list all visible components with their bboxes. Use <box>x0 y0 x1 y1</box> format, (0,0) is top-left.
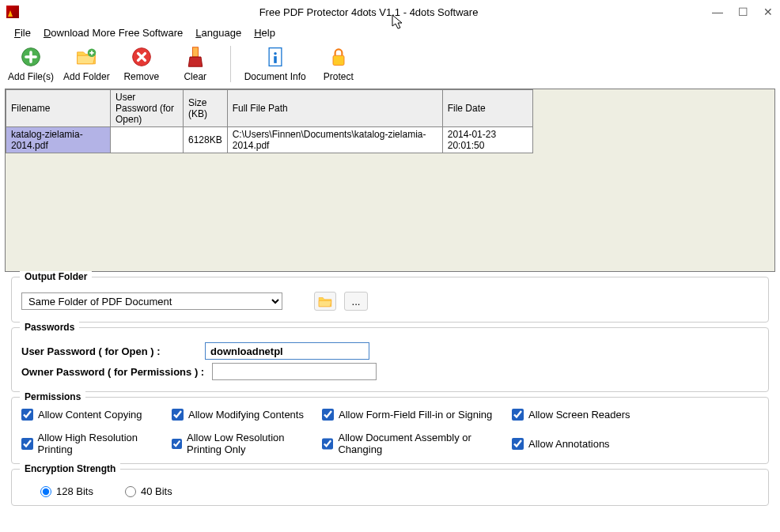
permissions-title: Permissions <box>20 391 85 402</box>
encryption-title: Encryption Strength <box>20 463 120 474</box>
svg-rect-3 <box>192 47 198 57</box>
output-folder-dropdown[interactable]: Same Folder of PDF Document <box>21 292 282 310</box>
protect-button[interactable]: Protect <box>316 46 361 82</box>
col-size[interactable]: Size (KB) <box>184 90 228 127</box>
user-password-label: User Password ( for Open ) : <box>21 345 197 357</box>
perm-high-res-printing[interactable]: Allow High Resolution Printing <box>21 432 172 455</box>
col-full-path[interactable]: Full File Path <box>227 90 442 127</box>
document-info-icon <box>264 46 286 68</box>
cell-user-password[interactable] <box>111 127 184 153</box>
cell-file-date[interactable]: 2014-01-23 20:01:50 <box>442 127 532 153</box>
browse-folder-button[interactable] <box>314 292 336 311</box>
app-icon <box>6 6 19 18</box>
file-grid[interactable]: Filename User Password (for Open) Size (… <box>5 89 775 272</box>
minimize-button[interactable]: — <box>712 6 723 17</box>
cell-full-path[interactable]: C:\Users\Finnen\Documents\katalog-zielam… <box>227 127 442 153</box>
cell-filename[interactable]: katalog-zielamia-2014.pdf <box>6 127 111 153</box>
svg-rect-7 <box>333 55 344 65</box>
svg-rect-6 <box>274 56 277 63</box>
close-button[interactable]: ✕ <box>763 6 774 17</box>
menu-file[interactable]: File <box>14 27 31 39</box>
perm-modifying-contents[interactable]: Allow Modifying Contents <box>172 409 322 421</box>
add-files-button[interactable]: Add File(s) <box>8 46 54 82</box>
window-title: Free PDF Protector 4dots V1.1 - 4dots So… <box>25 6 712 18</box>
col-file-date[interactable]: File Date <box>442 90 532 127</box>
table-row[interactable]: katalog-zielamia-2014.pdf 6128KB C:\User… <box>6 127 533 153</box>
encryption-128[interactable]: 128 Bits <box>40 485 93 497</box>
clear-icon <box>184 46 206 68</box>
col-user-password[interactable]: User Password (for Open) <box>111 90 184 127</box>
remove-button[interactable]: Remove <box>119 46 164 82</box>
protect-icon <box>328 46 350 68</box>
menu-download[interactable]: Download More Free Software <box>44 27 183 39</box>
maximize-button[interactable]: ☐ <box>737 6 748 17</box>
perm-low-res-printing[interactable]: Allow Low Resolution Printing Only <box>172 432 322 455</box>
toolbar-separator <box>230 46 231 82</box>
add-folder-button[interactable]: Add Folder <box>63 46 110 82</box>
perm-content-copying[interactable]: Allow Content Copying <box>21 409 172 421</box>
encryption-40[interactable]: 40 Bits <box>125 485 172 497</box>
perm-annotations[interactable]: Allow Annotations <box>512 432 646 455</box>
col-filename[interactable]: Filename <box>6 90 111 127</box>
perm-document-assembly[interactable]: Allow Document Assembly or Changing <box>322 432 512 455</box>
document-info-button[interactable]: Document Info <box>244 46 307 82</box>
cell-size[interactable]: 6128KB <box>184 127 228 153</box>
clear-button[interactable]: Clear <box>173 46 218 82</box>
remove-icon <box>131 46 153 68</box>
folder-icon <box>318 295 332 308</box>
menu-language[interactable]: Language <box>195 27 241 39</box>
add-files-icon <box>20 46 42 68</box>
owner-password-label: Owner Password ( for Permissions ) : <box>21 366 204 378</box>
user-password-input[interactable] <box>205 342 369 360</box>
add-folder-icon <box>75 46 97 68</box>
passwords-title: Passwords <box>20 322 79 333</box>
menu-help[interactable]: Help <box>254 27 275 39</box>
svg-point-5 <box>274 52 277 55</box>
perm-screen-readers[interactable]: Allow Screen Readers <box>512 409 646 421</box>
output-folder-title: Output Folder <box>20 271 92 282</box>
perm-form-field-fillin[interactable]: Allow Form-Field Fill-in or Signing <box>322 409 512 421</box>
owner-password-input[interactable] <box>212 363 377 380</box>
browse-dots-button[interactable]: ... <box>344 292 368 311</box>
